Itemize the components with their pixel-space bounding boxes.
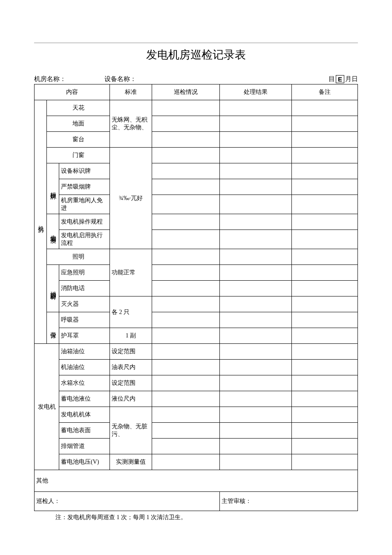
cell[interactable] [152, 296, 220, 312]
cell[interactable] [292, 423, 358, 439]
cell[interactable] [292, 100, 358, 116]
table-header: 内容 标准 巡检情况 处理结果 备注 [35, 84, 358, 100]
cell[interactable] [152, 179, 220, 195]
cell[interactable] [292, 312, 358, 328]
cell[interactable] [152, 195, 220, 214]
cell[interactable] [220, 328, 292, 344]
inspector-label[interactable]: 巡检人： [35, 492, 220, 511]
cell[interactable] [220, 454, 292, 470]
cell[interactable] [152, 116, 220, 132]
row-door: 门窗 [47, 148, 110, 163]
cell[interactable] [292, 163, 358, 179]
cell[interactable] [220, 230, 292, 249]
cell[interactable] [152, 423, 220, 439]
cell[interactable] [220, 214, 292, 230]
cell[interactable] [152, 148, 220, 163]
cell[interactable] [292, 391, 358, 407]
cell[interactable] [220, 391, 292, 407]
cell[interactable] [292, 132, 358, 148]
row-sill: 窗台 [47, 132, 110, 148]
std-func-ok: 功能正常 [110, 249, 152, 296]
cell[interactable] [220, 407, 292, 423]
cell[interactable] [152, 360, 220, 375]
std-one-pair: 1 副 [110, 328, 152, 344]
table-row: 发电机机体 无杂物、无脏污、 [35, 407, 358, 423]
cell[interactable] [292, 148, 358, 163]
cell[interactable] [152, 344, 220, 360]
table-row: 消防器材 应急照明 [35, 265, 358, 281]
group-wall: 上墙制度 [47, 214, 59, 249]
supervisor-label[interactable]: 主管审核： [220, 492, 358, 511]
cell[interactable] [292, 454, 358, 470]
cell[interactable] [152, 281, 220, 296]
cell[interactable] [220, 281, 292, 296]
cell[interactable] [220, 116, 292, 132]
cell[interactable] [152, 454, 220, 470]
table-row: 机房重地闲人免进 [35, 195, 358, 214]
cell[interactable] [292, 179, 358, 195]
cell[interactable] [152, 132, 220, 148]
cell[interactable] [292, 296, 358, 312]
other-label[interactable]: 其他 [35, 470, 358, 492]
cell[interactable] [292, 375, 358, 391]
meta-row: 机房名称： 设备名称： 目 E 月日 [34, 75, 358, 83]
cell[interactable] [292, 230, 358, 249]
date-e-box: E [336, 75, 344, 83]
row-op-rule: 发电机操作规程 [59, 214, 110, 230]
cell[interactable] [152, 312, 220, 328]
row-ceiling: 天花 [47, 100, 110, 116]
cell[interactable] [220, 360, 292, 375]
cell[interactable] [292, 116, 358, 132]
cell[interactable] [292, 265, 358, 281]
cell[interactable] [292, 249, 358, 265]
cell[interactable] [220, 100, 292, 116]
cell[interactable] [220, 296, 292, 312]
cell[interactable] [152, 407, 220, 423]
cell[interactable] [152, 265, 220, 281]
cell[interactable] [152, 249, 220, 265]
cell[interactable] [292, 439, 358, 454]
cell[interactable] [152, 214, 220, 230]
col-inspect: 巡检情况 [152, 84, 220, 100]
row-batt-level: 蓄电池液位 [59, 391, 110, 407]
cell[interactable] [220, 179, 292, 195]
std-set-range: 设定范围 [110, 344, 152, 360]
table-row: 蓄电池电压(V) 实测测量值 [35, 454, 358, 470]
cell[interactable] [152, 230, 220, 249]
table-row: 标识牌 设备标识牌 [35, 163, 358, 179]
std-level-in: 液位尺内 [110, 391, 152, 407]
cell[interactable] [220, 148, 292, 163]
cell[interactable] [292, 214, 358, 230]
std-intact: ¾‰·兀好 [110, 148, 152, 249]
cell[interactable] [292, 195, 358, 214]
cell[interactable] [152, 375, 220, 391]
cell[interactable] [220, 265, 292, 281]
cell[interactable] [220, 423, 292, 439]
row-batt-volt: 蓄电池电压(V) [59, 454, 110, 470]
cell[interactable] [292, 328, 358, 344]
date-month-day: 月日 [345, 75, 358, 83]
cell[interactable] [220, 195, 292, 214]
table-row: 门窗 ¾‰·兀好 [35, 148, 358, 163]
table-row: 上墙制度 发电机操作规程 [35, 214, 358, 230]
cell[interactable] [292, 407, 358, 423]
cell[interactable] [220, 163, 292, 179]
cell[interactable] [292, 281, 358, 296]
cell[interactable] [220, 375, 292, 391]
cell[interactable] [292, 344, 358, 360]
cell[interactable] [152, 439, 220, 454]
cell[interactable] [220, 132, 292, 148]
cell[interactable] [220, 249, 292, 265]
row-sign: 巡检人： 主管审核： [35, 492, 358, 511]
cell[interactable] [220, 344, 292, 360]
cell[interactable] [220, 312, 292, 328]
cell[interactable] [152, 163, 220, 179]
cell[interactable] [292, 360, 358, 375]
cell[interactable] [152, 391, 220, 407]
cell[interactable] [152, 328, 220, 344]
cell[interactable] [220, 439, 292, 454]
row-exhaust: 排烟管道 [59, 439, 110, 454]
table-row: 机油油位 油表尺内 [35, 360, 358, 375]
inspection-table: 内容 标准 巡检情况 处理结果 备注 机房 天花 无蛛网、无积尘、无杂物、 地面… [34, 84, 358, 511]
cell[interactable] [152, 100, 220, 116]
